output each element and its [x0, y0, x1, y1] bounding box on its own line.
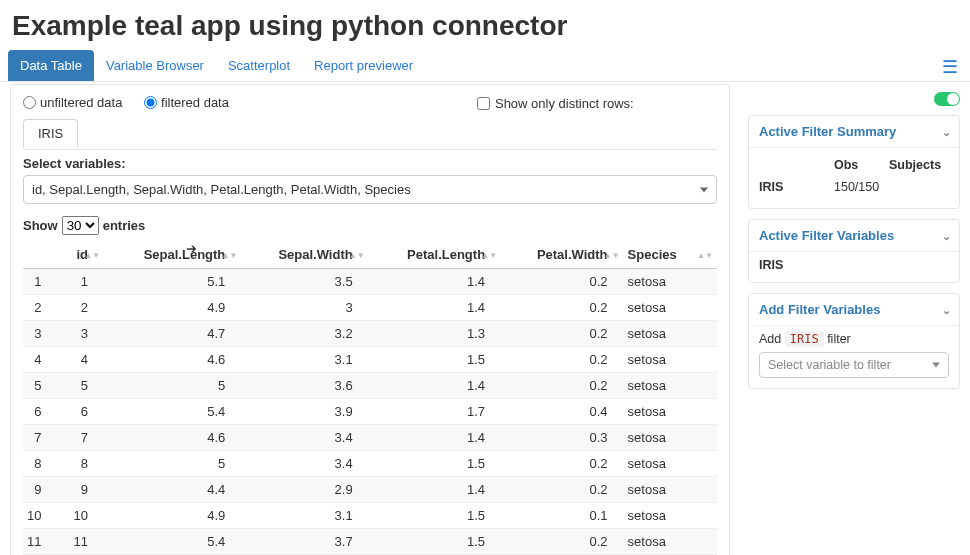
- table-row[interactable]: 5553.61.40.2setosa: [23, 373, 717, 399]
- cell-petal-width: 0.2: [501, 477, 623, 503]
- select-variables-input[interactable]: id, Sepal.Length, Sepal.Width, Petal.Len…: [23, 175, 717, 204]
- cell-rownum: 1: [23, 269, 57, 295]
- cell-sepal-length: 5.4: [104, 399, 241, 425]
- table-row[interactable]: 334.73.21.30.2setosa: [23, 321, 717, 347]
- main-panel: unfiltered data filtered data Show only …: [10, 84, 730, 555]
- cell-species: setosa: [624, 321, 717, 347]
- distinct-rows-label: Show only distinct rows:: [495, 96, 634, 111]
- cell-petal-width: 0.1: [501, 503, 623, 529]
- hamburger-icon[interactable]: ☰: [942, 56, 958, 78]
- cell-petal-width: 0.2: [501, 451, 623, 477]
- table-row[interactable]: 11115.43.71.50.2setosa: [23, 529, 717, 555]
- card-header-active-vars[interactable]: Active Filter Variables ⌄: [749, 220, 959, 252]
- cell-species: setosa: [624, 477, 717, 503]
- table-row[interactable]: 224.931.40.2setosa: [23, 295, 717, 321]
- cell-sepal-length: 4.7: [104, 321, 241, 347]
- cell-petal-width: 0.4: [501, 399, 623, 425]
- cell-rownum: 2: [23, 295, 57, 321]
- show-entries-control: Show 30 entries: [11, 212, 729, 241]
- table-row[interactable]: 665.43.91.70.4setosa: [23, 399, 717, 425]
- cell-id: 5: [57, 373, 104, 399]
- page-title: Example teal app using python connector: [0, 0, 970, 50]
- cell-sepal-width: 3.9: [241, 399, 368, 425]
- summary-dataset: IRIS: [759, 180, 834, 194]
- cell-sepal-length: 5.4: [104, 529, 241, 555]
- cell-petal-length: 1.4: [369, 373, 501, 399]
- cell-species: setosa: [624, 373, 717, 399]
- cell-species: setosa: [624, 503, 717, 529]
- cell-sepal-width: 3.4: [241, 451, 368, 477]
- distinct-rows-checkbox[interactable]: Show only distinct rows:: [477, 96, 634, 111]
- select-variables-label: Select variables:: [11, 150, 729, 175]
- cell-sepal-length: 5: [104, 451, 241, 477]
- cell-petal-width: 0.2: [501, 321, 623, 347]
- cell-sepal-length: 4.9: [104, 503, 241, 529]
- card-active-filter-summary: Active Filter Summary ⌄ Obs Subjects IRI…: [748, 115, 960, 209]
- cell-id: 7: [57, 425, 104, 451]
- table-row[interactable]: 444.63.11.50.2setosa: [23, 347, 717, 373]
- cell-sepal-length: 5: [104, 373, 241, 399]
- table-row[interactable]: 115.13.51.40.2setosa: [23, 269, 717, 295]
- table-row[interactable]: 8853.41.50.2setosa: [23, 451, 717, 477]
- filter-panel-toggle[interactable]: [934, 92, 960, 106]
- cell-petal-length: 1.4: [369, 425, 501, 451]
- active-vars-dataset: IRIS: [759, 258, 949, 272]
- table-row[interactable]: 994.42.91.40.2setosa: [23, 477, 717, 503]
- cell-id: 3: [57, 321, 104, 347]
- summary-head-obs: Obs: [834, 158, 889, 172]
- table-row[interactable]: 774.63.41.40.3setosa: [23, 425, 717, 451]
- add-filter-variable-select[interactable]: Select variable to filter: [759, 352, 949, 378]
- table-row[interactable]: 10104.93.11.50.1setosa: [23, 503, 717, 529]
- col-petal-width[interactable]: Petal.Width▲▼: [501, 241, 623, 269]
- card-header-add-vars[interactable]: Add Filter Variables ⌄: [749, 294, 959, 326]
- add-filter-code: IRIS: [785, 331, 824, 347]
- cell-id: 10: [57, 503, 104, 529]
- dataset-tab-iris[interactable]: IRIS: [23, 119, 78, 148]
- chevron-down-icon: ⌄: [942, 125, 951, 138]
- col-sepal-length[interactable]: Sepal.Length▲▼: [104, 241, 241, 269]
- main-tabbar: Data Table Variable Browser Scatterplot …: [0, 50, 970, 82]
- cell-sepal-length: 5.1: [104, 269, 241, 295]
- cell-petal-length: 1.4: [369, 269, 501, 295]
- cell-sepal-width: 3: [241, 295, 368, 321]
- cell-species: setosa: [624, 425, 717, 451]
- col-sepal-width[interactable]: Sepal.Width▲▼: [241, 241, 368, 269]
- radio-unfiltered-label: unfiltered data: [40, 95, 122, 110]
- col-id[interactable]: id▲▼: [57, 241, 104, 269]
- radio-unfiltered[interactable]: unfiltered data: [23, 95, 122, 110]
- show-entries-prefix: Show: [23, 218, 58, 233]
- cell-petal-length: 1.7: [369, 399, 501, 425]
- cell-sepal-width: 2.9: [241, 477, 368, 503]
- cell-petal-width: 0.2: [501, 529, 623, 555]
- summary-obs-value: 150/150: [834, 180, 889, 194]
- cell-species: setosa: [624, 347, 717, 373]
- tab-scatterplot[interactable]: Scatterplot: [216, 50, 302, 81]
- cell-petal-length: 1.5: [369, 347, 501, 373]
- tab-data-table[interactable]: Data Table: [8, 50, 94, 81]
- cell-petal-width: 0.2: [501, 269, 623, 295]
- show-entries-suffix: entries: [103, 218, 146, 233]
- cell-petal-length: 1.4: [369, 295, 501, 321]
- card-header-summary[interactable]: Active Filter Summary ⌄: [749, 116, 959, 148]
- cell-petal-length: 1.5: [369, 529, 501, 555]
- cell-sepal-width: 3.5: [241, 269, 368, 295]
- cell-sepal-width: 3.1: [241, 503, 368, 529]
- tab-report-previewer[interactable]: Report previewer: [302, 50, 425, 81]
- col-petal-length[interactable]: Petal.Length▲▼: [369, 241, 501, 269]
- cell-petal-width: 0.2: [501, 347, 623, 373]
- chevron-down-icon: ⌄: [942, 303, 951, 316]
- card-active-filter-variables: Active Filter Variables ⌄ IRIS: [748, 219, 960, 283]
- tab-variable-browser[interactable]: Variable Browser: [94, 50, 216, 81]
- cell-id: 11: [57, 529, 104, 555]
- cell-rownum: 6: [23, 399, 57, 425]
- col-species[interactable]: Species▲▼: [624, 241, 717, 269]
- cell-rownum: 10: [23, 503, 57, 529]
- show-entries-select[interactable]: 30: [62, 216, 99, 235]
- cell-species: setosa: [624, 399, 717, 425]
- cell-species: setosa: [624, 295, 717, 321]
- cell-id: 2: [57, 295, 104, 321]
- cell-sepal-length: 4.9: [104, 295, 241, 321]
- radio-filtered[interactable]: filtered data: [144, 95, 229, 110]
- cell-rownum: 9: [23, 477, 57, 503]
- cell-id: 9: [57, 477, 104, 503]
